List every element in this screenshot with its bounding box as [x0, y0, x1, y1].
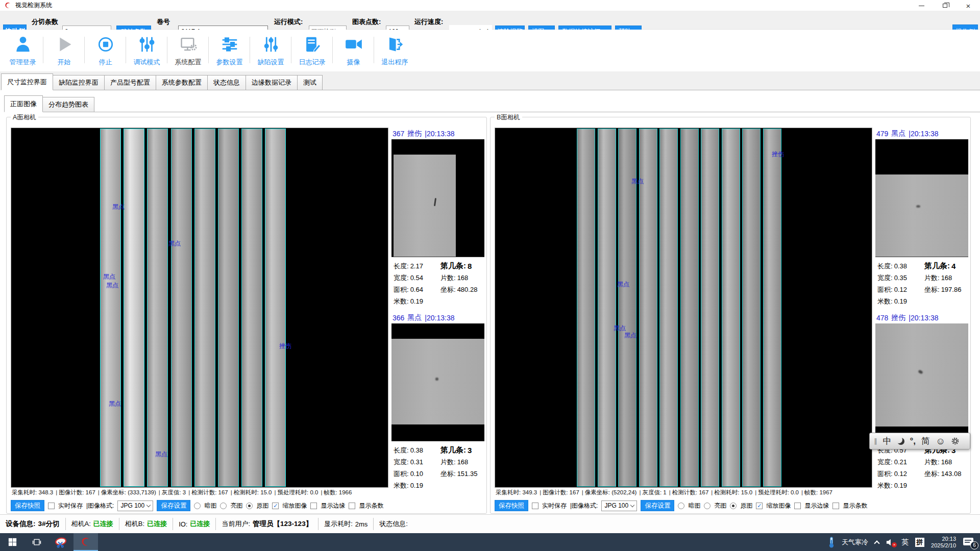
save-settings-button[interactable]: 保存设置: [157, 500, 190, 511]
defect-overlay-label: 黑点: [112, 203, 125, 211]
radio-label: 暗图: [204, 502, 216, 510]
stat-value: 143.08: [941, 470, 962, 478]
stat-value: 480.28: [457, 286, 478, 293]
toolbar-item-camera[interactable]: 摄像: [333, 30, 374, 71]
start-icon: [55, 35, 74, 56]
stat-label: 坐标:: [440, 285, 456, 294]
info-label: 灰度值:: [642, 489, 662, 495]
defect-type: 挫伤: [891, 313, 905, 322]
stat-label: 宽度:: [394, 273, 409, 283]
checkbox-0[interactable]: [272, 503, 279, 509]
radio-0[interactable]: [194, 503, 201, 509]
save-snapshot-button[interactable]: 保存快照: [495, 500, 528, 511]
checkbox-2[interactable]: [832, 503, 839, 509]
material-strip: [680, 129, 699, 487]
radio-label: 亮图: [230, 502, 242, 510]
toolbar-item-system-config[interactable]: 系统配置: [167, 30, 209, 71]
stat-value: 197.86: [941, 286, 962, 293]
stat-value: 168: [457, 274, 469, 282]
start-button[interactable]: [0, 533, 24, 551]
stat-value: 0.38: [894, 262, 907, 270]
radio-2[interactable]: [246, 503, 253, 509]
toolbar-item-param-settings[interactable]: 参数设置: [209, 30, 250, 71]
radio-0[interactable]: [678, 503, 684, 509]
stat-value: 0.19: [894, 297, 907, 305]
checkbox-1[interactable]: [794, 503, 801, 509]
separator: |: [321, 489, 322, 495]
moon-icon[interactable]: [897, 438, 904, 445]
stat-value: 0.35: [894, 274, 907, 282]
material-region: [391, 339, 484, 424]
tab-sub-0[interactable]: 正面图像: [4, 95, 43, 112]
info-field: |帧数: 1967: [801, 489, 832, 495]
restore-button[interactable]: [933, 0, 957, 11]
image-format-select[interactable]: JPG 100: [601, 500, 637, 511]
defect-mark: [916, 205, 920, 208]
tab-main-4[interactable]: 状态信息: [207, 75, 246, 90]
tab-main-6[interactable]: 测试: [297, 75, 323, 90]
checkbox-1[interactable]: [310, 503, 317, 509]
clock[interactable]: 20:13 2025/2/10: [931, 536, 956, 549]
camera-b-info-line: 采集耗时: 349.3|图像计数: 167|像素坐标: (5202,24)|灰度…: [496, 489, 968, 498]
realtime-save-label: 实时保存: [58, 502, 83, 510]
tab-main-5[interactable]: 边缘数据记录: [246, 75, 298, 90]
realtime-save-checkbox[interactable]: [48, 503, 55, 509]
ime-indicator[interactable]: 拼: [915, 538, 924, 547]
toolbar-item-defect-settings[interactable]: 缺陷设置: [250, 30, 291, 71]
tab-main-3[interactable]: 系统参数配置: [156, 75, 208, 90]
app-taskbar-button[interactable]: [74, 533, 98, 551]
snipping-tool-button[interactable]: [49, 533, 74, 551]
device-info: 设备信息:3#分切: [0, 518, 66, 530]
defect-id: 366: [393, 314, 404, 322]
run-speed-label: 运行速度:: [414, 17, 443, 27]
toolbar-item-stop[interactable]: 停止: [85, 30, 126, 71]
volume-muted-icon[interactable]: ×: [886, 538, 895, 546]
realtime-save-checkbox[interactable]: [532, 503, 538, 509]
checkbox-2[interactable]: [349, 503, 355, 509]
minimize-button[interactable]: [910, 0, 933, 11]
radio-2[interactable]: [730, 503, 737, 509]
notification-center-button[interactable]: 6: [963, 537, 975, 547]
info-value: 349.3: [522, 489, 537, 495]
realtime-save-label: 实时保存: [542, 502, 567, 510]
tab-main-2[interactable]: 产品型号配置: [104, 75, 156, 90]
tab-main-1[interactable]: 缺陷监控界面: [53, 75, 105, 90]
toolbar-item-admin-login[interactable]: 管理登录: [2, 30, 43, 71]
checkbox-label: 缩放图像: [282, 502, 307, 510]
ime-punctuation[interactable]: °,: [910, 436, 916, 446]
save-settings-button[interactable]: 保存设置: [641, 500, 674, 511]
tab-sub-1[interactable]: 分布趋势图表: [42, 97, 94, 112]
show-hidden-icons-chevron[interactable]: [874, 540, 879, 546]
ime-toolbar[interactable]: ∥ 中 °, 简 ☺: [869, 433, 970, 449]
checkbox-label: 缩放图像: [766, 502, 791, 510]
camera-a-image: 黑点黑点黑点黑点挫伤黑点黑点: [11, 128, 388, 488]
stat-value: 0.12: [894, 286, 907, 293]
ime-simplified[interactable]: 简: [921, 435, 930, 447]
toolbar-item-start[interactable]: 开始: [43, 30, 85, 71]
language-indicator[interactable]: 英: [901, 538, 909, 547]
toolbar-item-exit-program[interactable]: 退出程序: [374, 30, 415, 71]
checkbox-0[interactable]: [756, 503, 763, 509]
image-format-select[interactable]: JPG 100: [117, 500, 153, 511]
defect-type: 黑点: [891, 129, 905, 138]
info-value: 167: [570, 489, 579, 495]
radio-1[interactable]: [704, 503, 710, 509]
weather-status[interactable]: 天气寒冷: [842, 538, 868, 547]
defect-card-478: 478挫伤|20:13:38长度:0.57宽度:0.21面积:0.12米数:0.…: [875, 312, 968, 491]
ime-drag-handle[interactable]: ∥: [874, 437, 877, 445]
toolbar-item-debug-mode[interactable]: 调试模式: [126, 30, 167, 71]
defect-id: 367: [393, 130, 404, 138]
radio-1[interactable]: [220, 503, 227, 509]
toolbar-item-log-record[interactable]: 日志记录: [291, 30, 333, 71]
tab-main-0[interactable]: 尺寸监控界面: [1, 73, 53, 90]
smiley-icon[interactable]: ☺: [936, 436, 945, 447]
save-snapshot-button[interactable]: 保存快照: [11, 500, 44, 511]
stat-label: 面积:: [877, 285, 893, 294]
close-button[interactable]: ×: [957, 0, 980, 11]
gear-icon[interactable]: [951, 437, 960, 445]
strip-count-label: 分切条数: [32, 17, 58, 27]
stat-label: 宽度:: [394, 458, 409, 467]
stat-label: 片数:: [440, 458, 456, 467]
task-view-button[interactable]: [24, 533, 49, 551]
ime-mode-chinese[interactable]: 中: [883, 435, 892, 447]
